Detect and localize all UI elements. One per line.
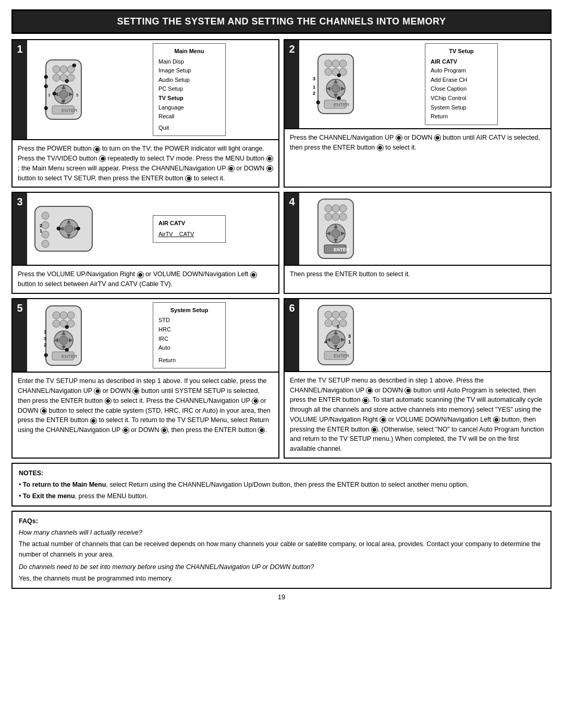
svg-text:❶: ❶ — [76, 226, 80, 231]
remote-svg-1: ❶ ❷ ❹ ❺ — [36, 59, 91, 120]
step-5-menu-item-3: IRC — [158, 335, 220, 344]
step-5-menu-item-4: Auto — [158, 343, 220, 353]
step-2-cell: 2 — [284, 39, 552, 188]
step-5-menu-item-1: STD — [158, 316, 220, 325]
svg-text:❸: ❸ — [44, 353, 48, 358]
step-2-menu-item-1: AIR CATV — [431, 57, 492, 67]
faq-2-answer: Yes, the channels must be programmed int… — [19, 573, 544, 584]
svg-point-100 — [325, 319, 332, 327]
svg-text:2: 2 — [44, 342, 46, 348]
step-5-menu-item-5: Return — [158, 356, 220, 365]
svg-text:❶: ❶ — [65, 325, 69, 330]
page-title: SETTING THE SYSTEM AND SETTING THE CHANN… — [11, 9, 552, 34]
svg-point-28 — [325, 68, 332, 76]
svg-text:2: 2 — [61, 100, 64, 105]
step-2-menu-item-3: Add Erase CH — [431, 76, 492, 85]
step-2-text: Press the CHANNEL/Navigation UP ❶ or DOW… — [285, 129, 550, 156]
svg-text:5: 5 — [76, 93, 79, 97]
svg-text:5: 5 — [337, 324, 339, 329]
step-6-text: Enter the TV SETUP menu as described in … — [285, 372, 550, 458]
svg-point-97 — [325, 311, 332, 318]
step-1-menu-item-1: Main Disp — [158, 57, 220, 67]
step-6-cell: 6 5 3 — [284, 298, 552, 459]
step-6-remote: 5 3 1 2 4 ENTER — [299, 299, 372, 371]
step-1-menu-title: Main Menu — [158, 47, 220, 56]
steps-row-3: 5 ❶ ❷ 3 — [11, 298, 552, 459]
svg-point-78 — [67, 312, 75, 319]
steps-row-2: 3 ❶ — [11, 192, 552, 294]
svg-point-99 — [339, 311, 347, 318]
svg-text:1: 1 — [313, 84, 315, 90]
svg-text:❺: ❺ — [52, 91, 56, 96]
svg-point-10 — [59, 90, 68, 98]
step-2-badge: 2 — [285, 40, 299, 128]
step-2-menu: TV Setup AIR CATV Auto Program Add Erase… — [372, 40, 550, 128]
step-4-text: Then press the ENTER button to select it… — [285, 266, 550, 283]
step-4-badge: 4 — [285, 193, 299, 265]
step-2-remote: ❶ ❷ ENTER ❸ 3 1 2 — [299, 40, 372, 128]
step-2-menu-item-5: VChip Control — [431, 94, 492, 103]
svg-point-79 — [53, 320, 60, 327]
page-number: 19 — [11, 593, 552, 601]
step-3-menu-item-2: AirTV CATV — [158, 230, 220, 239]
step-1-badge: 1 — [13, 40, 27, 139]
step-2-menu-item-4: Close Caption — [431, 84, 492, 94]
svg-point-102 — [339, 319, 347, 327]
svg-text:ENTER: ENTER — [334, 247, 350, 252]
svg-point-62 — [332, 205, 339, 212]
svg-point-51 — [65, 225, 73, 233]
svg-text:❸: ❸ — [44, 84, 48, 89]
step-4-cell: 4 ENTER — [284, 192, 552, 294]
faq-1-question: How many channels will I actually receiv… — [19, 527, 544, 538]
svg-text:❶: ❶ — [72, 63, 76, 68]
svg-text:1: 1 — [40, 228, 42, 233]
svg-text:❶: ❶ — [337, 73, 341, 78]
step-6-menu-area — [372, 299, 550, 371]
svg-point-27 — [339, 60, 347, 67]
svg-text:❹: ❹ — [65, 79, 69, 84]
svg-point-26 — [332, 60, 339, 67]
remote-svg-6: 5 3 1 2 4 ENTER — [309, 304, 363, 366]
svg-point-46 — [42, 212, 49, 219]
remote-svg-2: ❶ ❷ ENTER ❸ 3 1 2 — [309, 53, 363, 115]
step-2-menu-item-7: Return — [431, 112, 492, 121]
svg-text:1: 1 — [44, 329, 46, 335]
step-3-menu: AIR CATV AirTV CATV — [100, 193, 278, 265]
step-1-menu-item-3: Audio Setup — [158, 76, 220, 85]
step-4-remote: ENTER — [299, 193, 372, 265]
steps-row-1: 1 ❶ ❷ — [11, 39, 552, 188]
svg-text:3: 3 — [48, 93, 51, 97]
svg-point-48 — [42, 231, 49, 238]
faq-2-question: Do channels need to be set into memory b… — [19, 562, 544, 572]
svg-text:ENTER: ENTER — [334, 102, 350, 107]
svg-point-65 — [332, 213, 339, 220]
svg-text:ENTER: ENTER — [62, 108, 78, 113]
notes-item-1: • To return to the Main Menu, select Ret… — [19, 479, 544, 490]
svg-point-32 — [332, 84, 340, 93]
svg-point-98 — [332, 311, 339, 318]
svg-point-49 — [42, 240, 49, 248]
svg-point-63 — [339, 205, 347, 212]
svg-text:ENTER: ENTER — [334, 353, 350, 359]
step-1-menu-item-8: Quit — [158, 124, 220, 133]
step-1-cell: 1 ❶ ❷ — [11, 39, 279, 188]
step-5-cell: 5 ❶ ❷ 3 — [11, 298, 279, 459]
step-2-menu-title: TV Setup — [431, 47, 492, 56]
step-1-menu-item-2: Image Setup — [158, 66, 220, 76]
step-5-badge: 5 — [13, 299, 27, 372]
faq-1-answer: The actual number of channels that can b… — [19, 539, 544, 560]
step-1-menu-item-5: TV Setup — [158, 94, 220, 103]
svg-point-66 — [339, 213, 347, 220]
svg-text:❷: ❷ — [44, 75, 48, 80]
svg-text:2: 2 — [313, 91, 315, 96]
faqs-section: FAQs: How many channels will I actually … — [11, 511, 552, 589]
svg-point-76 — [53, 312, 60, 319]
step-1-text: Press the POWER button ❶ to turn on the … — [13, 140, 278, 187]
step-3-menu-item-1: AIR CATV — [158, 219, 220, 228]
svg-text:3: 3 — [44, 336, 46, 341]
svg-text:4: 4 — [324, 339, 327, 344]
step-4-menu-area — [372, 193, 550, 265]
svg-point-77 — [60, 312, 67, 319]
svg-point-5 — [53, 74, 60, 81]
step-1-menu-item-7: Recall — [158, 112, 220, 121]
